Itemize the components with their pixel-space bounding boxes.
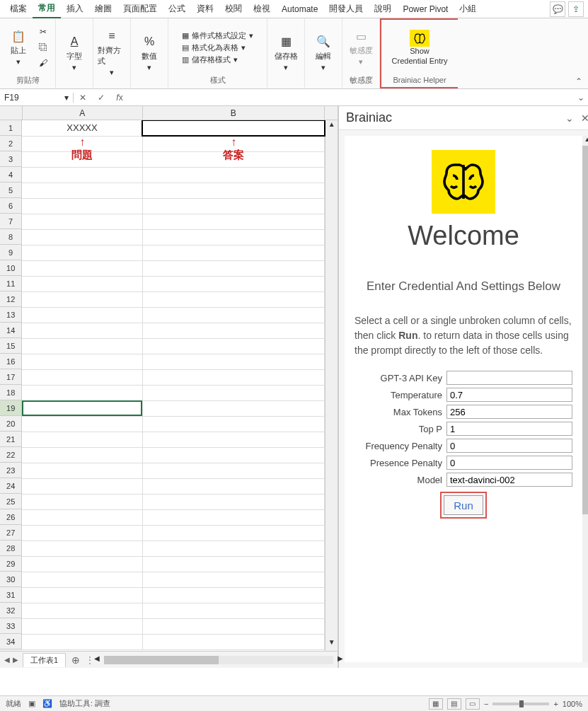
cell-B34[interactable] [142,634,325,649]
row-header-15[interactable]: 15 [0,338,22,354]
pane-scroll-up-icon[interactable]: ▲ [582,136,588,143]
row-header-31[interactable]: 31 [0,587,22,603]
cell-B23[interactable] [142,463,325,478]
row-header-23[interactable]: 23 [0,463,22,478]
row-header-22[interactable]: 22 [0,447,22,463]
macro-record-icon[interactable]: ▣ [28,699,35,708]
cancel-formula-icon[interactable]: ✕ [74,93,92,103]
cell-B19[interactable] [142,400,325,416]
pane-close-icon[interactable]: ✕ [581,112,588,124]
cell-A14[interactable] [22,323,142,338]
cell-B26[interactable] [142,509,325,525]
row-header-21[interactable]: 21 [0,432,22,447]
cell-B2[interactable] [142,136,325,151]
cell-B15[interactable] [142,338,325,354]
hscroll-right-icon[interactable]: ▶ [338,654,343,662]
format-painter-icon[interactable]: 🖌 [35,56,51,70]
cell-B4[interactable] [142,167,325,183]
row-header-8[interactable]: 8 [0,229,22,245]
cell-B10[interactable] [142,260,325,276]
conditional-formatting-button[interactable]: ▦條件式格式設定▾ [182,30,253,41]
row-header-30[interactable]: 30 [0,572,22,587]
row-header-11[interactable]: 11 [0,276,22,291]
cell-A2[interactable] [22,136,142,151]
add-sheet-button[interactable]: ⊕ [71,654,80,666]
cell-A12[interactable] [22,291,142,307]
row-header-32[interactable]: 32 [0,603,22,618]
cell-B29[interactable] [142,556,325,572]
format-as-table-button[interactable]: ▤格式化為表格▾ [182,42,253,53]
cell-A27[interactable] [22,525,142,541]
row-header-27[interactable]: 27 [0,525,22,541]
zoom-out-icon[interactable]: − [484,700,488,708]
cell-B30[interactable] [142,572,325,587]
tab-view[interactable]: 檢視 [248,0,276,18]
show-credential-entry-button[interactable]: Show Credential Entry [386,30,454,65]
horizontal-scrollbar[interactable]: ◀▶ [104,656,333,664]
cell-A6[interactable] [22,198,142,214]
cell-A3[interactable] [22,151,142,167]
cell-A10[interactable] [22,260,142,276]
row-header-18[interactable]: 18 [0,385,22,400]
tab-review[interactable]: 校閱 [219,0,248,18]
cell-B25[interactable] [142,494,325,509]
row-header-2[interactable]: 2 [0,136,22,151]
pane-scrollbar[interactable]: ▲ [582,136,588,662]
cell-A21[interactable] [22,432,142,447]
tab-layout[interactable]: 頁面配置 [117,0,163,18]
cells-area[interactable]: XXXXX ↑問題↑答案 [22,120,325,651]
cell-B11[interactable] [142,276,325,291]
accept-formula-icon[interactable]: ✓ [92,93,110,103]
cell-B22[interactable] [142,447,325,463]
model-input[interactable] [446,473,572,487]
cut-icon[interactable]: ✂ [35,25,51,39]
cell-B8[interactable] [142,229,325,245]
sheet-tab-1[interactable]: 工作表1 [23,653,66,667]
tab-insert[interactable]: 插入 [61,0,89,18]
tab-draw[interactable]: 繪圖 [89,0,117,18]
select-all-corner[interactable] [0,106,23,120]
cell-B7[interactable] [142,214,325,229]
cell-B6[interactable] [142,198,325,214]
cells-button[interactable]: ▦ 儲存格 ▾ [272,34,300,72]
scroll-up-icon[interactable]: ▲ [325,120,338,133]
cell-A13[interactable] [22,307,142,323]
row-header-28[interactable]: 28 [0,541,22,556]
name-box[interactable]: F19 ▾ [0,93,74,103]
cell-A29[interactable] [22,556,142,572]
row-header-24[interactable]: 24 [0,478,22,494]
cell-A31[interactable] [22,587,142,603]
cell-A32[interactable] [22,603,142,618]
cell-A20[interactable] [22,416,142,432]
row-header-17[interactable]: 17 [0,369,22,385]
editing-button[interactable]: 🔍 編輯 ▾ [309,34,338,72]
align-button[interactable]: ≡ 對齊方式 ▾ [98,28,126,77]
hscroll-left-icon[interactable]: ◀ [94,654,100,662]
cell-B24[interactable] [142,478,325,494]
cell-A23[interactable] [22,463,142,478]
row-header-4[interactable]: 4 [0,167,22,183]
api-key-input[interactable] [446,371,572,385]
cell-B14[interactable] [142,323,325,338]
cell-A15[interactable] [22,338,142,354]
pres-penalty-input[interactable] [446,456,572,470]
row-header-34[interactable]: 34 [0,634,22,649]
row-header-29[interactable]: 29 [0,556,22,572]
zoom-level[interactable]: 100% [563,700,582,708]
row-header-25[interactable]: 25 [0,494,22,509]
number-button[interactable]: % 數值 ▾ [135,34,163,72]
row-header-19[interactable]: 19 [0,400,22,416]
cell-B5[interactable] [142,183,325,198]
cell-A11[interactable] [22,276,142,291]
copy-icon[interactable]: ⿻ [35,40,51,54]
cell-A16[interactable] [22,354,142,369]
tab-developer[interactable]: 開發人員 [323,0,369,18]
cell-A18[interactable] [22,385,142,400]
cell-A7[interactable] [22,214,142,229]
accessibility-icon[interactable]: ♿ [42,699,52,708]
cell-A4[interactable] [22,167,142,183]
sheet-nav-next-icon[interactable]: ▶ [13,656,18,664]
cell-B21[interactable] [142,432,325,447]
collapse-ribbon-icon[interactable]: ⌃ [575,76,582,86]
cell-A9[interactable] [22,245,142,260]
